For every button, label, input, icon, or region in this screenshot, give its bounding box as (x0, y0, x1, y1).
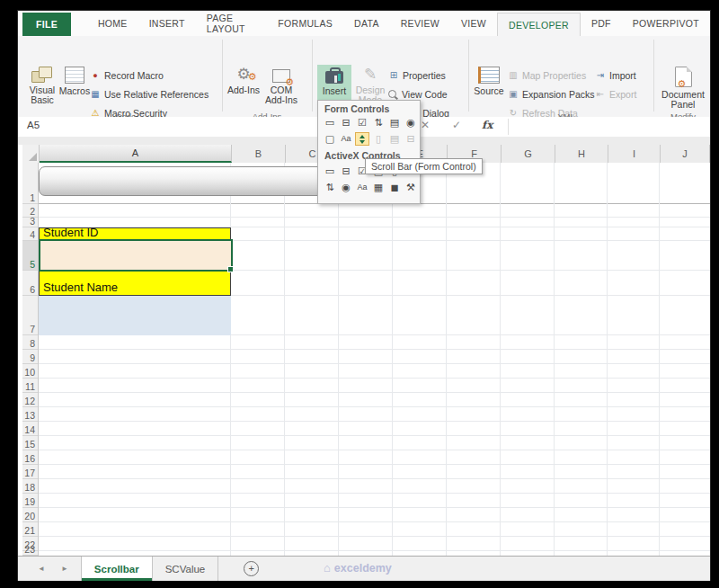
row-header-18[interactable]: 18 (22, 479, 38, 494)
row-header-11[interactable]: 11 (22, 379, 38, 393)
row-header-4[interactable]: 4 (22, 227, 38, 241)
row-header-13[interactable]: 13 (22, 407, 38, 422)
select-all-corner[interactable] (22, 145, 40, 163)
gridline (392, 163, 393, 556)
button-icon[interactable]: ▭ (323, 116, 337, 129)
import-icon: ⇥ (595, 70, 606, 81)
cancel-icon[interactable]: ✕ (421, 119, 430, 131)
column-header-a[interactable]: A (40, 145, 232, 163)
ribbon-tab-formulas[interactable]: FORMULAS (267, 11, 343, 36)
column-header-h[interactable]: H (555, 145, 608, 163)
toggle-button-icon[interactable]: ◼ (387, 181, 402, 194)
insert-function-icon[interactable]: fx (482, 119, 493, 131)
spin-button-icon[interactable]: ⇅ (371, 116, 386, 129)
selected-cell-a5[interactable] (39, 239, 233, 272)
row-header-1[interactable]: 1 (22, 163, 38, 204)
label-icon[interactable]: Aa (339, 132, 353, 146)
check-box-icon[interactable]: ☑ (355, 116, 369, 129)
row-header-17[interactable]: 17 (22, 465, 38, 479)
row-header-8[interactable]: 8 (22, 335, 38, 350)
combo-box-icon[interactable]: ⊟ (339, 165, 353, 178)
activex-controls-row-2: ⇅◉Aa▦◼⚒ (323, 181, 418, 194)
row-header-19[interactable]: 19 (22, 494, 38, 508)
combo-dropdown-icon[interactable]: ⊟ (404, 132, 418, 146)
import-button[interactable]: ⇥ Import (595, 68, 636, 82)
column-header-i[interactable]: I (608, 145, 661, 163)
grid-cells[interactable]: Student ID Student Name (39, 163, 710, 556)
more-controls-icon[interactable]: ⚒ (404, 181, 418, 194)
gridline (500, 163, 501, 556)
insert-controls-dropdown: Form Controls ▭⊟☑⇅▤◉ ▢Aa▯▤⊟ ActiveX Cont… (317, 100, 421, 204)
sheet-tab-scrollbar[interactable]: Scrollbar (81, 557, 153, 581)
ribbon-tab-data[interactable]: DATA (343, 11, 390, 36)
view-code-button[interactable]: View Code (388, 87, 448, 101)
group-box-icon[interactable]: ▢ (323, 132, 337, 146)
row-header-14[interactable]: 14 (22, 422, 38, 436)
use-relative-references-button[interactable]: ▦ Use Relative References (90, 87, 209, 101)
gridline (39, 406, 710, 407)
row-header-21[interactable]: 21 (22, 522, 38, 537)
ribbon-tab-insert[interactable]: INSERT (138, 11, 196, 36)
cell-a7[interactable] (39, 296, 231, 335)
row-header-5[interactable]: 5 (22, 241, 38, 271)
ribbon-tab-pdf[interactable]: PDF (581, 11, 622, 36)
spin-button-icon[interactable]: ⇅ (323, 181, 337, 194)
row-header-9[interactable]: 9 (22, 350, 38, 364)
map-properties-button[interactable]: ▥ Map Properties (508, 68, 586, 82)
cell-a6[interactable]: Student Name (39, 271, 231, 296)
gridline (230, 163, 231, 556)
visual-basic-icon (31, 67, 53, 83)
ribbon-tab-developer[interactable]: DEVELOPER (497, 13, 581, 36)
row-header-16[interactable]: 16 (22, 450, 38, 465)
sheet-tab-scvalue[interactable]: SCValue (153, 557, 219, 581)
properties-button[interactable]: ⊞ Properties (388, 68, 446, 82)
form-controls-row-2: ▢Aa▯▤⊟ (323, 132, 418, 146)
record-macro-button[interactable]: ● Record Macro (90, 68, 164, 82)
new-sheet-button[interactable]: + (244, 561, 259, 576)
fill-handle[interactable] (227, 266, 234, 272)
visual-basic-button[interactable]: Visual Basic (25, 65, 59, 124)
row-header-6[interactable]: 6 (22, 271, 38, 296)
label-icon[interactable]: Aa (355, 181, 369, 194)
text-field-icon[interactable]: ▯ (371, 132, 386, 146)
row-header-15[interactable]: 15 (22, 436, 38, 450)
combo-list-icon[interactable]: ▤ (387, 132, 402, 146)
gridline (39, 550, 710, 551)
source-icon (478, 67, 500, 84)
expansion-packs-button[interactable]: ▣ Expansion Packs (508, 87, 595, 101)
ribbon-tab-powerpivot[interactable]: POWERPIVOT (622, 11, 710, 36)
option-button-icon[interactable]: ◉ (404, 116, 418, 129)
list-box-icon[interactable]: ▤ (387, 116, 402, 129)
screenshot-frame: FILEHOMEINSERTPAGE LAYOUTFORMULASDATAREV… (0, 0, 719, 588)
ribbon-tab-file[interactable]: FILE (22, 13, 71, 36)
option-button-icon[interactable]: ◉ (339, 181, 353, 194)
ribbon-tab-home[interactable]: HOME (87, 11, 138, 36)
map-properties-icon: ▥ (508, 70, 519, 81)
worksheet-grid[interactable]: 1234567891011121314151617181920212223 St… (22, 163, 710, 556)
ribbon-tab-review[interactable]: REVIEW (390, 11, 450, 36)
column-header-b[interactable]: B (232, 145, 286, 163)
command-button-icon[interactable]: ▭ (323, 165, 337, 178)
name-box[interactable]: A5 (27, 120, 40, 130)
export-icon: ⇤ (595, 89, 606, 100)
sheet-nav-right-icon[interactable]: ► (61, 565, 68, 573)
enter-icon[interactable]: ✓ (452, 119, 461, 131)
column-header-g[interactable]: G (502, 145, 555, 163)
gridline (659, 163, 660, 556)
ribbon-tab-view[interactable]: VIEW (450, 11, 497, 36)
scrollbar-form-control-object[interactable] (39, 166, 326, 196)
ribbon-tab-page-layout[interactable]: PAGE LAYOUT (196, 11, 268, 36)
row-header-20[interactable]: 20 (22, 508, 38, 522)
scroll-bar-icon[interactable] (355, 132, 369, 146)
sheet-nav-left-icon[interactable]: ◄ (38, 565, 45, 573)
row-header-10[interactable]: 10 (22, 364, 38, 379)
source-button[interactable]: Source (472, 65, 506, 124)
column-header-j[interactable]: J (661, 145, 710, 163)
image-icon[interactable]: ▦ (371, 181, 386, 194)
row-header-7[interactable]: 7 (22, 296, 38, 335)
row-header-12[interactable]: 12 (22, 393, 38, 407)
export-button[interactable]: ⇤ Export (595, 87, 636, 101)
row-header-3[interactable]: 3 (22, 218, 38, 227)
group-separator (653, 40, 654, 111)
combo-box-icon[interactable]: ⊟ (339, 116, 353, 129)
